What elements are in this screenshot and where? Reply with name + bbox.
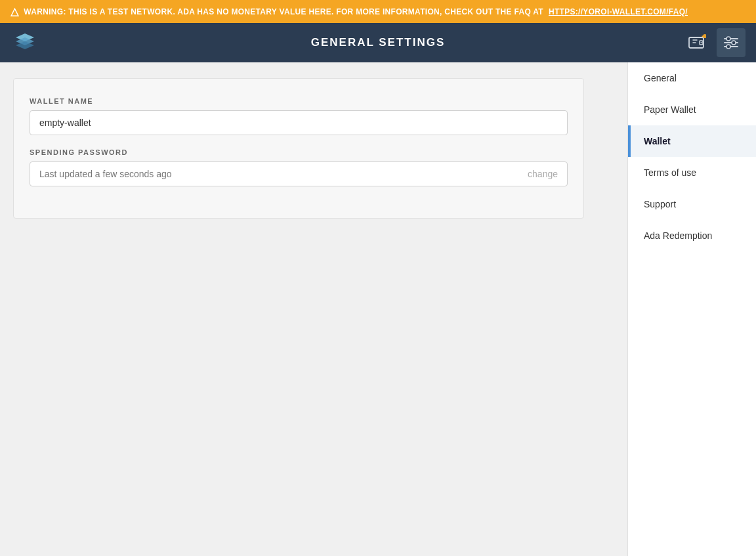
svg-point-9: [726, 45, 730, 49]
wallet-name-label: WALLET NAME: [30, 97, 568, 105]
navbar-actions: [682, 28, 746, 57]
svg-point-7: [726, 37, 730, 41]
logo-icon: [13, 31, 37, 54]
sidebar-item-ada-redemption[interactable]: Ada Redemption: [628, 220, 756, 251]
settings-icon-btn[interactable]: [717, 28, 746, 57]
wallet-receive-icon-btn[interactable]: [682, 28, 711, 57]
settings-card: WALLET NAME SPENDING PASSWORD Last updat…: [13, 78, 584, 219]
sidebar-item-paper-wallet-label: Paper Wallet: [644, 104, 696, 115]
page-title: GENERAL SETTINGS: [311, 36, 446, 49]
sidebar-item-ada-redemption-label: Ada Redemption: [644, 230, 712, 241]
spending-password-label: SPENDING PASSWORD: [30, 148, 568, 156]
wallet-name-input[interactable]: [30, 110, 568, 135]
spending-password-row: Last updated a few seconds ago change: [30, 161, 568, 186]
warning-banner: △ WARNING: THIS IS A TEST NETWORK. ADA H…: [0, 0, 756, 23]
warning-link[interactable]: HTTPS://YOROI-WALLET.COM/FAQ/: [549, 7, 688, 16]
sidebar-item-general-label: General: [644, 73, 677, 83]
warning-icon: △: [10, 5, 18, 18]
navbar: GENERAL SETTINGS: [0, 23, 756, 62]
sidebar: General Paper Wallet Wallet Terms of use…: [627, 62, 756, 556]
warning-text: WARNING: THIS IS A TEST NETWORK. ADA HAS…: [24, 7, 543, 16]
svg-point-8: [732, 41, 736, 45]
layout: WALLET NAME SPENDING PASSWORD Last updat…: [0, 62, 756, 556]
spending-password-status: Last updated a few seconds ago: [39, 169, 528, 179]
sidebar-item-support[interactable]: Support: [628, 188, 756, 220]
change-password-link[interactable]: change: [528, 169, 558, 179]
sidebar-item-wallet[interactable]: Wallet: [628, 125, 756, 157]
main-content: WALLET NAME SPENDING PASSWORD Last updat…: [0, 62, 627, 556]
sidebar-item-terms-of-use[interactable]: Terms of use: [628, 157, 756, 188]
logo[interactable]: [10, 28, 39, 57]
sidebar-item-general[interactable]: General: [628, 62, 756, 94]
sidebar-item-support-label: Support: [644, 199, 676, 209]
sidebar-item-paper-wallet[interactable]: Paper Wallet: [628, 94, 756, 125]
svg-point-2: [701, 42, 702, 43]
wallet-name-group: WALLET NAME: [30, 97, 568, 135]
sidebar-item-wallet-label: Wallet: [644, 136, 671, 146]
sidebar-item-terms-of-use-label: Terms of use: [644, 167, 696, 178]
spending-password-group: SPENDING PASSWORD Last updated a few sec…: [30, 148, 568, 186]
